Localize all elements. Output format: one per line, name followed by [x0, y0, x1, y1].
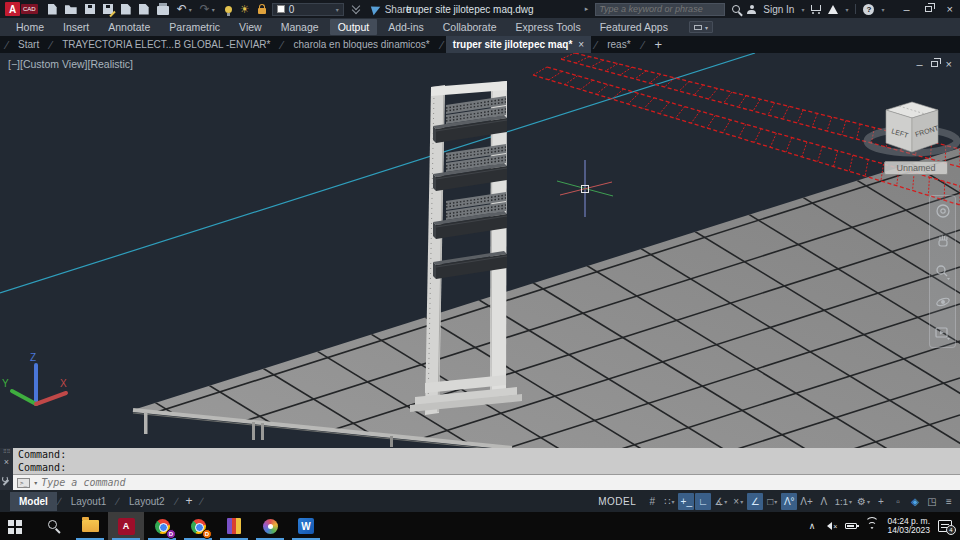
chevron-down-icon[interactable]: ▾	[849, 498, 852, 505]
chevron-down-icon[interactable]: ▾	[740, 498, 743, 505]
command-input[interactable]	[41, 477, 956, 488]
autocad-logo-icon[interactable]: A CAD	[5, 2, 38, 16]
speaker-muted-icon[interactable]: ×	[823, 522, 837, 530]
ribbon-tab-view[interactable]: View	[231, 19, 270, 35]
ribbon-tab-featured-apps[interactable]: Featured Apps	[592, 19, 676, 35]
help-icon[interactable]: ?	[863, 4, 874, 15]
zoom-icon[interactable]	[934, 264, 952, 280]
ortho-mode-button[interactable]: ∟	[695, 493, 711, 510]
store-cart-icon[interactable]	[811, 5, 821, 11]
isometric-drafting-button[interactable]: ×▾	[730, 493, 746, 510]
autodesk-chevron-icon[interactable]: ▾	[845, 6, 848, 13]
chrome-profile-2[interactable]: D	[180, 512, 216, 540]
lock-icon[interactable]	[258, 8, 266, 14]
annotation-scale-button[interactable]: 1:1▾	[833, 493, 854, 510]
navigation-wheel-icon[interactable]	[935, 203, 951, 219]
drawing-viewport[interactable]: LEFT FRONT Z Y	[0, 53, 960, 448]
drawing-restore-button[interactable]	[931, 61, 938, 67]
export-icon[interactable]	[139, 4, 149, 15]
object-snap-tracking-button[interactable]: ∠	[747, 493, 763, 510]
ribbon-tab-annotate[interactable]: Annotate	[100, 19, 158, 35]
command-close-icon[interactable]: ×	[4, 458, 9, 467]
search-icon[interactable]	[732, 5, 740, 13]
file-tab-start[interactable]: Start	[11, 36, 46, 53]
ribbon-tab-parametric[interactable]: Parametric	[161, 19, 228, 35]
command-recent-chevron-icon[interactable]: ▾	[34, 479, 37, 486]
ribbon-tab-collaborate[interactable]: Collaborate	[435, 19, 505, 35]
chevron-down-icon[interactable]: ▾	[867, 498, 870, 505]
viewport-minimize-control[interactable]: [−]	[8, 58, 20, 70]
save-as-icon[interactable]	[103, 4, 113, 14]
clean-screen-button[interactable]: ◳	[924, 493, 940, 510]
isolate-objects-button[interactable]: ▫	[890, 493, 906, 510]
new-drawing-tab-button[interactable]: +	[647, 37, 671, 52]
pan-hand-icon[interactable]	[935, 233, 951, 249]
ribbon-display-toggle[interactable]: ▾	[689, 21, 713, 33]
autoscale-button[interactable]: Λ+	[798, 493, 815, 510]
sign-in-button[interactable]: Sign In	[763, 4, 794, 15]
ribbon-tab-manage[interactable]: Manage	[273, 19, 327, 35]
new-layout-button[interactable]: +	[178, 494, 199, 508]
chevron-down-icon[interactable]: ▾	[212, 6, 215, 13]
share-button[interactable]: Share	[372, 4, 412, 15]
battery-icon[interactable]	[845, 523, 857, 529]
chevron-down-icon[interactable]: ▾	[671, 498, 674, 505]
dynamic-input-button[interactable]: +_	[678, 493, 694, 510]
open-folder-icon[interactable]	[65, 4, 77, 14]
ribbon-tab-express-tools[interactable]: Express Tools	[507, 19, 588, 35]
layout-tab-layout1[interactable]: Layout1	[62, 492, 116, 511]
layer-dropdown[interactable]: 0 ▾	[272, 3, 344, 16]
grid-display-button[interactable]: #	[644, 493, 660, 510]
showmotion-icon[interactable]	[934, 324, 952, 340]
wrench-icon[interactable]	[2, 477, 11, 486]
notification-center-icon[interactable]: 4	[938, 520, 952, 532]
print-icon[interactable]	[157, 4, 169, 15]
snap-mode-button[interactable]: ∷▾	[661, 493, 677, 510]
file-explorer[interactable]	[72, 512, 108, 540]
close-button[interactable]: ×	[943, 3, 957, 15]
ribbon-tab-add-ins[interactable]: Add-ins	[380, 19, 432, 35]
restore-button[interactable]	[925, 6, 932, 12]
file-tab-truper-site-jilotepec-maq[interactable]: truper site jilotepec maq*×	[446, 36, 591, 53]
autocad-app[interactable]: A	[108, 512, 144, 540]
polar-tracking-button[interactable]: ∡▾	[712, 493, 729, 510]
annotation-visibility-button[interactable]: Λ°	[781, 493, 797, 510]
new-file-icon[interactable]	[48, 4, 57, 15]
chevron-down-icon[interactable]: ▾	[774, 498, 777, 505]
sign-in-chevron-icon[interactable]: ▾	[801, 6, 804, 13]
layout-tab-layout2[interactable]: Layout2	[120, 492, 174, 511]
model-space-button[interactable]: MODEL	[598, 496, 636, 507]
view-name-badge[interactable]: Unnamed	[884, 161, 948, 175]
tray-expand-icon[interactable]: ∧	[809, 521, 816, 531]
file-tab-trayectoria-elect-b-global-enviar[interactable]: TRAYECTORIA ELECT...B GLOBAL -ENVIAR*	[55, 36, 277, 53]
quick-access-overflow-icon[interactable]	[352, 5, 360, 13]
search-field[interactable]	[595, 3, 725, 16]
user-icon[interactable]	[747, 5, 756, 14]
save-icon[interactable]	[85, 4, 95, 14]
drawing-minimize-button[interactable]: –	[916, 58, 922, 70]
command-prompt-icon[interactable]: >_	[17, 478, 30, 488]
redo-icon[interactable]: ↷▾	[200, 3, 215, 15]
collapse-arrow-icon[interactable]: ▸	[585, 5, 589, 13]
graphics-performance-button[interactable]: ◈	[907, 493, 923, 510]
wifi-icon[interactable]	[865, 521, 879, 531]
file-tab-reas[interactable]: reas*	[600, 36, 637, 53]
close-tab-icon[interactable]: ×	[578, 39, 584, 50]
ribbon-tab-output[interactable]: Output	[330, 19, 378, 35]
paint[interactable]	[252, 512, 288, 540]
search-input[interactable]	[599, 4, 721, 14]
customize-plus-button[interactable]: +	[873, 493, 889, 510]
drawing-close-button[interactable]: ×	[946, 58, 952, 70]
palette-grip-handle[interactable]: ⠿⠿	[3, 449, 10, 454]
customization-menu-button[interactable]: ≡	[941, 493, 957, 510]
taskbar-clock[interactable]: 04:24 p. m. 14/03/2023	[887, 517, 930, 536]
viewport-view-control[interactable]: [Custom View]	[20, 58, 88, 70]
ribbon-tab-insert[interactable]: Insert	[55, 19, 97, 35]
start-button[interactable]	[0, 512, 36, 540]
lightbulb-icon[interactable]	[225, 6, 232, 13]
brightness-icon[interactable]: ☀	[240, 3, 250, 16]
annotation-scale-icon-button[interactable]: Λ	[816, 493, 832, 510]
viewport-visual-style-control[interactable]: [Realistic]	[87, 58, 133, 70]
search-button[interactable]	[36, 512, 72, 540]
winrar[interactable]	[216, 512, 252, 540]
